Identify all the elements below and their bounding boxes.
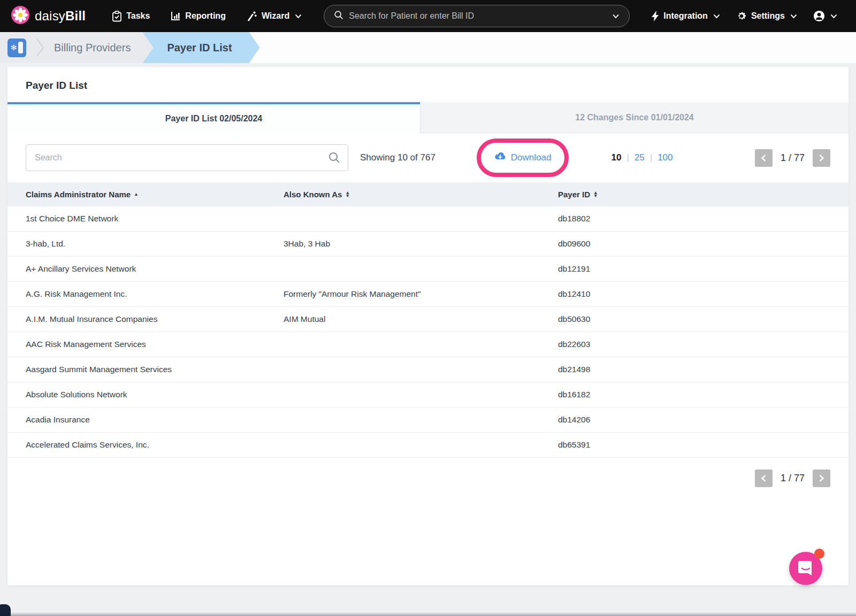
download-button[interactable]: Download [494,152,552,164]
table-search-input[interactable] [26,144,348,171]
next-page-button[interactable] [813,469,830,487]
cell-also-known-as: Formerly "Armour Risk Management" [284,289,558,299]
table-row: 3-hab, Ltd. 3Hab, 3 Hab db09600 [7,232,849,257]
cell-payer-id: db50630 [558,314,830,324]
nav-integration[interactable]: Integration [644,0,728,32]
sort-both-icon: ▲▼ [593,191,598,197]
chevron-down-icon[interactable] [612,11,620,21]
tab-payer-id-list-label: Payer ID List 02/05/2024 [165,114,262,124]
pagination-bottom: 1 / 77 [755,469,830,487]
table-row: A+ Ancillary Services Network db12191 [7,257,849,282]
cell-payer-id: db21498 [558,365,830,374]
wizard-wand-icon [246,11,257,22]
page-size-10[interactable]: 10 [611,152,621,163]
sort-both-icon: ▲▼ [345,191,349,197]
notification-dot [814,549,824,559]
cell-claims-admin-name: A+ Ancillary Services Network [26,264,284,274]
next-page-button[interactable] [813,149,830,167]
column-label: Payer ID [558,190,590,199]
lightning-bolt-icon [652,11,659,21]
table-row: Absolute Solutions Network db16182 [7,382,849,407]
nav-tasks-label: Tasks [126,11,150,21]
chevron-down-icon [830,14,837,19]
chevron-down-icon [713,14,720,19]
nav-settings[interactable]: Settings [728,0,805,32]
chevron-down-icon [790,14,797,19]
daisybill-logo[interactable]: daisyBill [11,5,86,27]
breadcrumb-gray-segment: ✻ Billing Providers [0,32,153,63]
cell-payer-id: db16182 [558,390,830,399]
cell-payer-id: db09600 [558,239,830,249]
tasks-clipboard-icon [112,11,122,22]
column-label: Claims Administrator Name [26,190,131,199]
column-also-known-as[interactable]: Also Known As ▲▼ [284,190,558,199]
table-row: AAC Risk Management Services db22603 [7,332,849,357]
nav-tasks[interactable]: Tasks [104,0,158,32]
table-row: Acadia Insurance db14206 [7,407,849,433]
cell-claims-admin-name: A.G. Risk Management Inc. [26,289,284,299]
nav-integration-label: Integration [663,11,708,21]
tab-payer-id-list[interactable]: Payer ID List 02/05/2024 [7,102,420,133]
chevron-right-icon [36,38,44,57]
user-icon [813,10,825,22]
breadcrumb: ✻ Billing Providers Payer ID List [0,32,856,63]
nav-wizard[interactable]: Wizard [238,0,310,32]
showing-count: Showing 10 of 767 [360,152,435,163]
column-payer-id[interactable]: Payer ID ▲▼ [558,190,830,199]
cloud-download-icon [494,152,506,164]
chat-bubble-icon [797,559,815,579]
cell-claims-admin-name: A.I.M. Mutual Insurance Companies [26,314,284,324]
page-size-100[interactable]: 100 [658,152,672,163]
table-row: Aasgard Summit Management Services db214… [7,357,849,382]
reporting-chart-icon [170,11,181,21]
prev-page-button[interactable] [755,469,773,487]
table-search[interactable] [26,144,348,171]
chevron-down-icon [295,14,302,19]
cell-claims-admin-name: 1st Choice DME Network [26,214,284,224]
tab-changes-since[interactable]: 12 Changes Since 01/01/2024 [420,102,849,133]
table-row: Accelerated Claims Services, Inc. db6539… [7,433,849,458]
window-corner-peek [0,604,11,616]
table-row: 1st Choice DME Network db18802 [7,206,849,232]
cell-claims-admin-name: 3-hab, Ltd. [26,239,284,249]
payer-id-list-card: Payer ID List Payer ID List 02/05/2024 1… [7,67,849,586]
cell-claims-admin-name: Aasgard Summit Management Services [26,365,284,374]
page-indicator: 1 / 77 [781,152,805,164]
table-header: Claims Administrator Name ▲ Also Known A… [7,182,849,206]
cell-also-known-as: AIM Mutual [284,314,558,324]
nav-reporting-label: Reporting [185,11,226,21]
screen-bottom-edge [0,612,856,616]
global-search-input[interactable] [349,11,607,21]
pagination-bottom-wrap: 1 / 77 [7,458,849,487]
sort-asc-icon: ▲ [134,193,138,196]
tab-bar: Payer ID List 02/05/2024 12 Changes Sinc… [7,102,849,133]
gear-icon [736,11,747,21]
column-claims-admin-name[interactable]: Claims Administrator Name ▲ [26,190,284,199]
download-label: Download [511,152,552,163]
nav-wizard-label: Wizard [262,11,289,21]
table-toolbar: Showing 10 of 767 Download 10 | 25 | 100 [7,133,849,182]
billing-provider-icon[interactable]: ✻ [7,38,26,57]
cell-payer-id: db22603 [558,340,830,349]
cell-payer-id: db12191 [558,264,830,274]
download-wrap: Download [494,152,552,164]
global-search[interactable] [324,5,630,27]
breadcrumb-billing-providers[interactable]: Billing Providers [54,42,131,54]
cell-claims-admin-name: Accelerated Claims Services, Inc. [26,440,284,450]
separator: | [650,152,652,163]
prev-page-button[interactable] [755,149,773,167]
pagination-top: 1 / 77 [755,149,830,167]
nav-reporting[interactable]: Reporting [162,0,234,32]
cell-payer-id: db14206 [558,415,830,425]
table-row: A.I.M. Mutual Insurance Companies AIM Mu… [7,307,849,332]
breadcrumb-payer-id-list[interactable]: Payer ID List [142,32,259,63]
nav-right-group: Integration Settings [644,0,845,32]
top-nav: daisyBill Tasks Reporting [0,0,856,32]
cell-claims-admin-name: Absolute Solutions Network [26,390,284,399]
nav-account[interactable] [805,0,845,32]
search-icon [328,151,341,166]
page-size-25[interactable]: 25 [635,152,645,163]
separator: | [626,152,629,163]
table-body: 1st Choice DME Network db18802 3-hab, Lt… [7,206,849,458]
page-indicator: 1 / 77 [781,473,805,484]
